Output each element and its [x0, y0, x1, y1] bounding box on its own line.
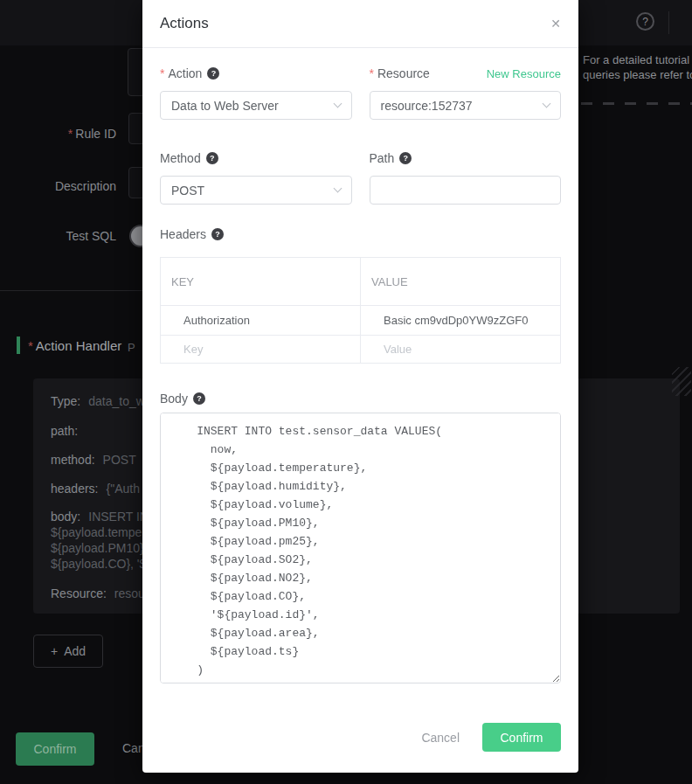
rule-id-label: *Rule ID — [0, 127, 116, 141]
body-label: Body ? — [160, 392, 561, 406]
new-resource-link[interactable]: New Resource — [487, 67, 561, 80]
actions-modal: Actions ✕ * Action ? Data to Web Server — [142, 0, 578, 773]
question-icon[interactable]: ? — [399, 152, 412, 164]
required-marker: * — [160, 66, 164, 80]
path-input[interactable] — [370, 176, 562, 205]
resource-select[interactable]: resource:152737 — [370, 91, 562, 120]
confirm-button[interactable]: Confirm — [482, 723, 561, 752]
chevron-down-icon — [333, 184, 342, 193]
card-method-row: method:POST — [51, 453, 136, 467]
header-key-cell[interactable]: Authorization — [161, 306, 361, 336]
header-value-cell[interactable]: Basic cm9vdDp0YW9zZGF0 — [361, 306, 561, 336]
dashed-divider — [581, 102, 692, 105]
card-body-line: ${payload.PM10} — [51, 541, 144, 555]
headers-table-header-row: KEY VALUE — [161, 258, 561, 306]
value-column-header: VALUE — [361, 258, 561, 306]
resize-handle-icon — [672, 367, 691, 396]
section-accent-bar — [17, 336, 20, 354]
card-path-row: path: — [51, 424, 86, 438]
card-body-line: ${payload.tempe — [51, 525, 142, 539]
modal-body: * Action ? Data to Web Server * Resource… — [142, 66, 578, 752]
modal-title: Actions — [160, 15, 209, 32]
required-marker: * — [28, 338, 33, 353]
chevron-down-icon — [333, 100, 342, 108]
headers-table: KEY VALUE Authorization Basic cm9vdDp0YW… — [160, 257, 561, 364]
topbar-divider — [668, 11, 669, 34]
question-icon[interactable]: ? — [206, 152, 218, 164]
card-type-row: Type:data_to_w — [51, 394, 145, 408]
card-body-row: body:INSERT IN — [51, 510, 149, 524]
key-column-header: KEY — [161, 258, 361, 306]
resource-label: * Resource New Resource — [370, 66, 562, 80]
header-row-placeholder: Key Value — [161, 336, 561, 364]
header-key-input[interactable]: Key — [161, 336, 361, 364]
background-confirm-button[interactable]: Confirm — [16, 732, 94, 766]
help-icon[interactable]: ? — [636, 12, 654, 31]
action-label: * Action ? — [160, 66, 352, 80]
tutorial-text: For a detailed tutorial queries please r… — [583, 52, 692, 82]
headers-label: Headers ? — [160, 227, 561, 241]
question-icon[interactable]: ? — [207, 67, 219, 80]
add-action-button[interactable]: + Add — [33, 635, 103, 668]
required-marker: * — [68, 127, 73, 141]
modal-header: Actions ✕ — [142, 0, 578, 48]
method-select[interactable]: POST — [160, 176, 352, 205]
card-resource-row: Resource:resou — [51, 586, 145, 600]
action-handler-title: *Action Handler — [28, 338, 121, 353]
header-value-input[interactable]: Value — [361, 336, 561, 364]
question-icon[interactable]: ? — [193, 392, 205, 405]
card-body-line: ${payload.CO}, '$ — [51, 557, 146, 571]
description-label: Description — [0, 179, 116, 193]
action-handler-hint: P — [128, 341, 135, 354]
plus-icon: + — [51, 644, 58, 658]
required-marker: * — [370, 66, 374, 80]
header-row: Authorization Basic cm9vdDp0YW9zZGF0 — [161, 306, 561, 336]
path-label: Path ? — [370, 151, 562, 165]
test-sql-label: Test SQL — [0, 229, 116, 243]
question-icon[interactable]: ? — [211, 228, 224, 240]
cancel-button[interactable]: Cancel — [421, 731, 460, 745]
close-icon[interactable]: ✕ — [550, 17, 561, 31]
modal-footer: Cancel Confirm — [160, 723, 561, 752]
screen: ? *Rule ID Description Test SQL *Action … — [0, 0, 692, 784]
action-select[interactable]: Data to Web Server — [160, 91, 352, 120]
body-textarea[interactable]: INSERT INTO test.sensor_data VALUES( now… — [160, 413, 561, 683]
section-divider — [0, 290, 142, 291]
chevron-down-icon — [543, 100, 551, 108]
card-headers-row: headers:{"Auth — [51, 482, 140, 496]
method-label: Method ? — [160, 151, 352, 165]
